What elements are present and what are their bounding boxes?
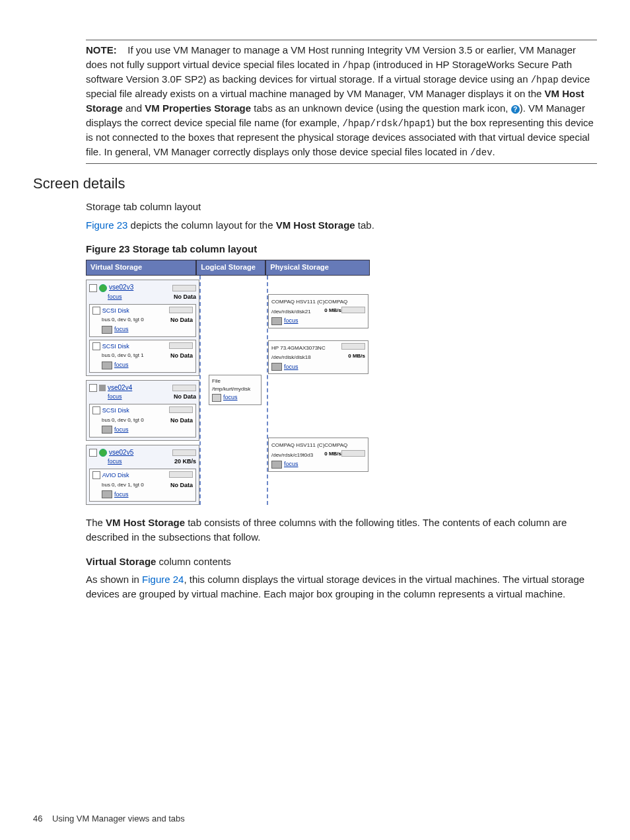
status-icon: [99, 449, 107, 457]
vm-name-link[interactable]: vse02v3: [109, 283, 133, 293]
layout-title: Storage tab column layout: [86, 200, 597, 214]
file-icon: [212, 394, 221, 402]
checkbox[interactable]: [89, 284, 97, 292]
after-figure-text: The VM Host Storage tab consists of thre…: [86, 515, 597, 545]
figure-23-link[interactable]: Figure 23: [86, 219, 127, 231]
virtual-storage-column: vse02v3 focusNo Data SCSI Disk bus 0, de…: [86, 276, 199, 505]
figure-23: Virtual Storage Logical Storage Physical…: [86, 260, 370, 505]
disk-box: AVIO Disk bus 0, dev 1, tgt 0No Data foc…: [89, 469, 196, 502]
col-header-physical: Physical Storage: [265, 260, 370, 276]
checkbox[interactable]: [92, 406, 100, 414]
disk-icon: [271, 317, 282, 325]
disk-icon: [271, 461, 282, 469]
physical-box: COMPAQ HSV111 (C)COMPAQ /dev/rdsk/c19t0d…: [268, 438, 368, 472]
status-icon: [99, 385, 106, 391]
vm-box: vse02v5 focus20 KB/s AVIO Disk bus 0, de…: [86, 445, 199, 506]
rate-label: 20 KB/s: [174, 457, 196, 466]
no-data-label: No Data: [174, 293, 196, 301]
status-icon: [99, 284, 107, 292]
file-box: File /tmp/kurt/mydisk focus: [209, 375, 262, 405]
metric-bar: [169, 307, 193, 313]
vm-box: vse02v3 focusNo Data SCSI Disk bus 0, de…: [86, 280, 199, 376]
disk-icon: [271, 363, 282, 371]
metric-bar: [172, 285, 196, 291]
virtual-storage-subhead: Virtual Storage column contents: [86, 554, 597, 569]
figure-24-link[interactable]: Figure 24: [142, 574, 184, 585]
col-header-virtual: Virtual Storage: [86, 260, 196, 276]
disk-icon: [102, 326, 112, 334]
figure-intro: Figure 23 depicts the column layout for …: [86, 218, 597, 233]
figure-caption: Figure 23 Storage tab column layout: [86, 242, 597, 256]
checkbox[interactable]: [92, 471, 100, 479]
disk-box: SCSI Disk bus 0, dev 0, tgt 0No Data foc…: [89, 404, 196, 437]
checkbox[interactable]: [89, 384, 97, 392]
disk-box: SCSI Disk bus 0, dev 0, tgt 1No Data foc…: [89, 340, 196, 373]
vm-name-link[interactable]: vse02v5: [109, 448, 133, 458]
note-text: If you use VM Manager to manage a VM Hos…: [86, 44, 594, 157]
disk-icon: [102, 426, 112, 434]
physical-box: HP 73.4GMAX3073NC /dev/rdisk/disk180 MB/…: [268, 340, 368, 375]
virtual-storage-paragraph: As shown in Figure 24, this column displ…: [86, 572, 597, 601]
note-block: NOTE: If you use VM Manager to manage a …: [86, 40, 597, 164]
disk-icon: [102, 490, 112, 498]
note-label: NOTE:: [86, 44, 117, 56]
col-header-logical: Logical Storage: [196, 260, 265, 276]
checkbox[interactable]: [92, 342, 100, 350]
physical-box: COMPAQ HSV111 (C)COMPAQ /dev/rdisk/disk2…: [268, 294, 368, 328]
vm-name-link[interactable]: vse02v4: [108, 383, 132, 393]
screen-details-heading: Screen details: [33, 173, 597, 194]
disk-icon: [102, 362, 112, 369]
checkbox[interactable]: [92, 307, 100, 315]
checkbox[interactable]: [89, 449, 97, 457]
logical-storage-column: File /tmp/kurt/mydisk focus: [199, 276, 268, 505]
focus-link[interactable]: focus: [108, 293, 122, 301]
disk-box: SCSI Disk bus 0, dev 0, tgt 0No Data foc…: [89, 304, 196, 337]
question-mark-icon: ?: [511, 105, 520, 114]
vm-box: vse02v4 focusNo Data SCSI Disk bus 0, de…: [86, 380, 199, 441]
physical-storage-column: COMPAQ HSV111 (C)COMPAQ /dev/rdisk/disk2…: [268, 276, 368, 505]
